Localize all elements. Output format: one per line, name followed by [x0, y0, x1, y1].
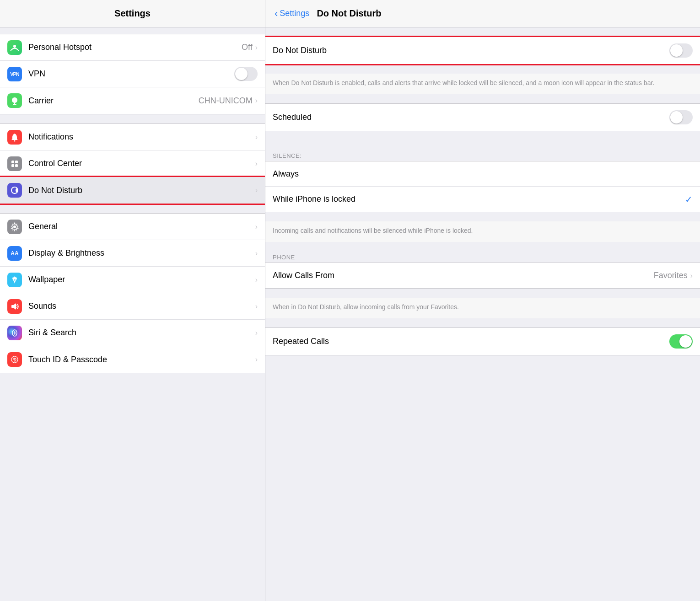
- allow-calls-from-value: Favorites: [654, 271, 688, 280]
- carrier-chevron: ›: [255, 97, 258, 105]
- sounds-chevron: ›: [255, 302, 258, 311]
- personal-hotspot-icon: [7, 40, 22, 55]
- repeated-calls-row[interactable]: Repeated Calls: [265, 328, 700, 355]
- notifications-icon: [7, 130, 22, 145]
- do-not-disturb-label: Do Not Disturb: [28, 186, 255, 195]
- touchid-icon: [7, 352, 22, 367]
- silence-description: Incoming calls and notifications will be…: [273, 227, 473, 234]
- sidebar-item-do-not-disturb[interactable]: Do Not Disturb ›: [0, 177, 265, 204]
- svg-rect-7: [15, 164, 18, 167]
- sidebar-item-personal-hotspot[interactable]: Personal Hotspot Off ›: [0, 34, 265, 61]
- preferences-section: General › AA Display & Brightness ›: [0, 213, 265, 373]
- system-section: Notifications › Control Center ›: [0, 123, 265, 204]
- vpn-toggle[interactable]: [234, 67, 258, 81]
- svg-point-12: [14, 331, 16, 335]
- sidebar-item-wallpaper[interactable]: Wallpaper ›: [0, 267, 265, 293]
- back-chevron-icon: ‹: [275, 8, 278, 20]
- silence-always-row[interactable]: Always: [265, 161, 700, 187]
- sidebar-item-notifications[interactable]: Notifications ›: [0, 124, 265, 150]
- left-header: Settings: [0, 0, 265, 27]
- siri-icon: [7, 326, 22, 340]
- notifications-chevron: ›: [255, 133, 258, 141]
- wallpaper-label: Wallpaper: [28, 275, 255, 284]
- svg-rect-2: [13, 104, 16, 105]
- allow-calls-from-label: Allow Calls From: [273, 271, 654, 280]
- right-header: ‹ Settings Do Not Disturb: [265, 0, 700, 27]
- phone-section-header: PHONE: [273, 254, 693, 261]
- touchid-chevron: ›: [255, 355, 258, 364]
- personal-hotspot-value: Off: [242, 43, 253, 52]
- left-panel: Settings Personal Hotspot Off ›: [0, 0, 265, 601]
- touchid-label: Touch ID & Passcode: [28, 355, 255, 365]
- sidebar-item-sounds[interactable]: Sounds ›: [0, 293, 265, 320]
- display-chevron: ›: [255, 249, 258, 258]
- general-chevron: ›: [255, 223, 258, 231]
- siri-chevron: ›: [255, 329, 258, 337]
- svg-point-3: [14, 140, 16, 141]
- svg-point-8: [13, 225, 16, 228]
- wallpaper-icon: [7, 273, 22, 287]
- back-button[interactable]: ‹ Settings: [275, 8, 309, 20]
- repeated-calls-toggle[interactable]: [669, 334, 693, 349]
- do-not-disturb-chevron: ›: [255, 186, 258, 194]
- phone-description-block: When in Do Not Disturb, allow incoming c…: [265, 298, 700, 318]
- sidebar-item-touchid[interactable]: Touch ID & Passcode ›: [0, 346, 265, 373]
- silence-while-locked-row[interactable]: While iPhone is locked ✓: [265, 187, 700, 212]
- scheduled-toggle[interactable]: [669, 110, 693, 124]
- personal-hotspot-label: Personal Hotspot: [28, 43, 242, 52]
- do-not-disturb-toggle[interactable]: [669, 43, 693, 58]
- scheduled-label: Scheduled: [273, 113, 669, 122]
- sounds-label: Sounds: [28, 301, 255, 311]
- svg-point-0: [13, 45, 16, 48]
- do-not-disturb-description-block: When Do Not Disturb is enabled, calls an…: [265, 74, 700, 94]
- do-not-disturb-toggle-label: Do Not Disturb: [273, 46, 669, 55]
- sidebar-item-carrier[interactable]: Carrier CHN-UNICOM ›: [0, 87, 265, 114]
- silence-while-locked-label: While iPhone is locked: [273, 194, 685, 204]
- phone-description: When in Do Not Disturb, allow incoming c…: [273, 303, 459, 311]
- sidebar-item-display[interactable]: AA Display & Brightness ›: [0, 240, 265, 267]
- carrier-icon: [7, 93, 22, 108]
- silence-header-block: SILENCE:: [265, 150, 700, 161]
- scheduled-row[interactable]: Scheduled: [265, 104, 700, 131]
- siri-label: Siri & Search: [28, 328, 255, 338]
- sounds-icon: [7, 299, 22, 314]
- svg-rect-6: [11, 164, 14, 167]
- sidebar-item-general[interactable]: General ›: [0, 214, 265, 240]
- sidebar-item-control-center[interactable]: Control Center ›: [0, 150, 265, 177]
- vpn-label: VPN: [28, 69, 234, 79]
- network-section: Personal Hotspot Off › VPN VPN: [0, 34, 265, 114]
- general-label: General: [28, 222, 255, 231]
- do-not-disturb-icon: [7, 183, 22, 198]
- phone-header-block: PHONE: [265, 251, 700, 263]
- vpn-icon: VPN: [7, 67, 22, 81]
- carrier-label: Carrier: [28, 96, 199, 106]
- display-label: Display & Brightness: [28, 248, 255, 258]
- display-icon: AA: [7, 246, 22, 261]
- vpn-toggle-knob: [235, 68, 248, 80]
- right-panel-title: Do Not Disturb: [317, 8, 381, 19]
- do-not-disturb-toggle-row[interactable]: Do Not Disturb: [265, 37, 700, 64]
- allow-calls-from-chevron: ›: [690, 272, 693, 280]
- control-center-chevron: ›: [255, 160, 258, 168]
- general-icon: [7, 220, 22, 234]
- silence-always-label: Always: [273, 169, 693, 179]
- do-not-disturb-description: When Do Not Disturb is enabled, calls an…: [273, 79, 654, 86]
- svg-rect-10: [11, 305, 13, 308]
- carrier-value: CHN-UNICOM: [199, 96, 253, 106]
- repeated-calls-toggle-knob: [679, 335, 692, 348]
- wallpaper-chevron: ›: [255, 276, 258, 284]
- svg-point-9: [14, 279, 16, 281]
- sidebar-item-vpn[interactable]: VPN VPN: [0, 61, 265, 87]
- silence-section-header: SILENCE:: [273, 152, 693, 159]
- control-center-icon: [7, 156, 22, 171]
- sidebar-item-siri[interactable]: Siri & Search ›: [0, 320, 265, 346]
- silence-section: Always While iPhone is locked ✓: [265, 161, 700, 212]
- personal-hotspot-chevron: ›: [255, 43, 258, 52]
- settings-list: Personal Hotspot Off › VPN VPN: [0, 27, 265, 601]
- scheduled-section: Scheduled: [265, 103, 700, 131]
- phone-section: Allow Calls From Favorites ›: [265, 263, 700, 289]
- silence-description-block: Incoming calls and notifications will be…: [265, 221, 700, 242]
- repeated-calls-section: Repeated Calls: [265, 327, 700, 355]
- allow-calls-from-row[interactable]: Allow Calls From Favorites ›: [265, 263, 700, 288]
- notifications-label: Notifications: [28, 132, 255, 142]
